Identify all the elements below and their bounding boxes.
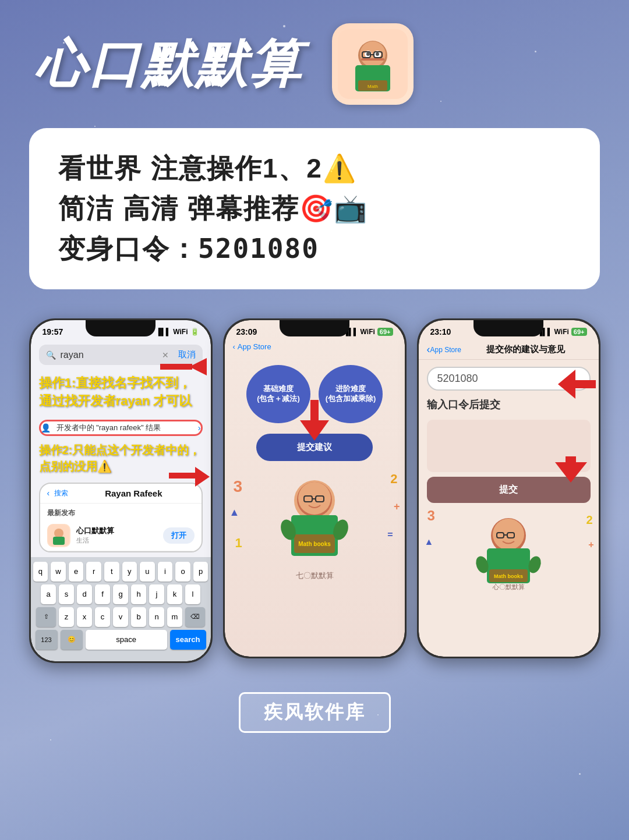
key-d[interactable]: d — [77, 584, 92, 604]
footer-section: 疾风软件库 — [0, 680, 629, 745]
svg-rect-18 — [160, 364, 192, 370]
equals-deco: = — [387, 530, 393, 540]
sub-dev-name: Rayan Rafeek — [105, 488, 162, 498]
phone-2-notch — [280, 320, 349, 336]
key-g[interactable]: g — [113, 584, 128, 604]
search-input-value[interactable]: rayan — [61, 350, 157, 360]
phone-2: 23:09 ▐▌▌ WiFi 69+ ‹ App Store — [223, 318, 407, 658]
key-a[interactable]: a — [41, 584, 56, 604]
key-space[interactable]: space — [86, 630, 167, 650]
svg-text:Math books: Math books — [298, 541, 331, 547]
key-u[interactable]: u — [140, 562, 155, 582]
phone-1-time: 19:57 — [43, 327, 63, 336]
key-shift[interactable]: ⇧ — [36, 607, 56, 627]
keyboard-bottom-padding — [33, 652, 209, 659]
key-search-button[interactable]: search — [170, 630, 206, 650]
mascot-graphic-phone3: Math books — [459, 512, 558, 588]
key-w[interactable]: w — [51, 562, 66, 582]
key-i[interactable]: i — [158, 562, 173, 582]
key-s[interactable]: s — [59, 584, 74, 604]
phone-2-brand-label: 七〇默默算 — [225, 570, 405, 587]
phone-1-status-icons: ▐▌▌ WiFi 🔋 — [156, 328, 199, 336]
phone-3-mascot: 3 ▲ 2 + Math books — [419, 508, 599, 593]
svg-marker-19 — [195, 467, 210, 487]
phone-2-status-icons: ▐▌▌ WiFi 69+ — [344, 328, 393, 336]
svg-rect-37 — [566, 456, 576, 464]
divider — [47, 551, 195, 551]
key-c[interactable]: c — [95, 607, 110, 627]
app-info: 心口默默算 生活 — [76, 526, 157, 545]
info-card: 看世界 注意操作1、2⚠️ 简洁 高清 弹幕推荐🎯📺 变身口令：5201080 — [29, 128, 600, 289]
app-icon-graphic: Math — [338, 29, 408, 99]
red-arrow-submit — [555, 456, 587, 485]
header: 心口默默算 Math — [0, 0, 629, 116]
key-z[interactable]: z — [59, 607, 74, 627]
phone-2-battery: 69+ — [377, 328, 393, 336]
key-numbers[interactable]: 123 — [36, 630, 58, 650]
key-f[interactable]: f — [95, 584, 110, 604]
chevron-right-icon: › — [198, 423, 201, 433]
open-app-button[interactable]: 打开 — [163, 527, 195, 544]
person-icon: 👤 — [41, 423, 51, 433]
footer-box: 疾风软件库 — [239, 692, 391, 733]
phone-3-page-header: ‹ App Store 提交你的建议与意见 — [419, 340, 599, 360]
developer-result-item[interactable]: 👤 开发者中的 "rayan rafeek" 结果 › — [39, 420, 203, 436]
key-v[interactable]: v — [113, 607, 128, 627]
key-p[interactable]: p — [193, 562, 209, 582]
phone-3-status-icons: ▐▌▌ WiFi 69+ — [538, 328, 587, 336]
red-arrow-2 — [169, 461, 210, 495]
key-e[interactable]: e — [69, 562, 84, 582]
key-b[interactable]: b — [131, 607, 146, 627]
p3-number-3: 3 — [427, 508, 435, 524]
phone-2-mascot: 3 ▲ 1 2 + = — [225, 466, 405, 570]
phone-3-brand-label: 心〇默默算 — [419, 583, 599, 591]
app-category-label: 生活 — [76, 536, 157, 545]
footer-label: 疾风软件库 — [264, 701, 366, 722]
key-r[interactable]: r — [86, 562, 101, 582]
key-j[interactable]: j — [149, 584, 164, 604]
key-n[interactable]: n — [149, 607, 164, 627]
p3-number-2: 2 — [586, 513, 592, 527]
key-h[interactable]: h — [131, 584, 146, 604]
key-m[interactable]: m — [167, 607, 182, 627]
latest-release-label: 最新发布 — [40, 504, 202, 520]
svg-point-39 — [493, 519, 524, 550]
key-q[interactable]: q — [33, 562, 48, 582]
keyboard[interactable]: q w e r t y u i o p a s d — [31, 557, 211, 661]
app-icon-small — [47, 524, 70, 547]
red-arrow-phone3 — [558, 370, 596, 401]
red-arrow-phone2 — [300, 400, 329, 443]
sub-back-arrow-icon[interactable]: ‹ — [47, 488, 50, 498]
key-o[interactable]: o — [175, 562, 190, 582]
svg-point-15 — [54, 529, 63, 538]
svg-rect-8 — [361, 58, 384, 61]
sub-back-label: 搜索 — [54, 488, 68, 498]
search-magnifier-icon: 🔍 — [46, 350, 56, 360]
info-line-3: 变身口令：5201080 — [58, 229, 571, 269]
phone-3-container: 23:10 ▐▌▌ WiFi 69+ ‹ App Store 提交你的建议与意见 — [417, 318, 600, 658]
svg-point-7 — [376, 52, 379, 56]
key-t[interactable]: t — [104, 562, 119, 582]
key-k[interactable]: k — [167, 584, 182, 604]
p3-triangle: ▲ — [425, 537, 434, 547]
key-l[interactable]: l — [185, 584, 200, 604]
info-line-1: 看世界 注意操作1、2⚠️ — [58, 148, 571, 189]
keyboard-bottom-row: 123 😊 space search — [33, 630, 209, 650]
key-emoji-icon[interactable]: 😊 — [61, 630, 83, 650]
back-chevron-icon: ‹ — [233, 342, 235, 351]
number-3-deco: 3 — [234, 477, 243, 496]
mascot-graphic-phone2: Math books — [262, 472, 367, 565]
phone-3-page-title: 提交你的建议与意见 — [486, 344, 565, 355]
red-arrow-1 — [160, 358, 207, 395]
key-x[interactable]: x — [77, 607, 92, 627]
keyboard-row-1: q w e r t y u i o p — [33, 562, 209, 582]
app-title: 心口默默算 — [35, 30, 303, 99]
phones-section: 19:57 ▐▌▌ WiFi 🔋 🔍 rayan ✕ 取消 操作1: — [0, 301, 629, 680]
phone-2-back[interactable]: ‹ App Store — [225, 340, 405, 353]
app-list-row: 心口默默算 生活 打开 — [40, 520, 202, 551]
app-name-label: 心口默默算 — [76, 526, 157, 536]
phone-2-time: 23:09 — [236, 327, 257, 336]
number-1-deco: 1 — [235, 536, 242, 551]
key-y[interactable]: y — [122, 562, 137, 582]
key-delete-icon[interactable]: ⌫ — [185, 607, 205, 627]
